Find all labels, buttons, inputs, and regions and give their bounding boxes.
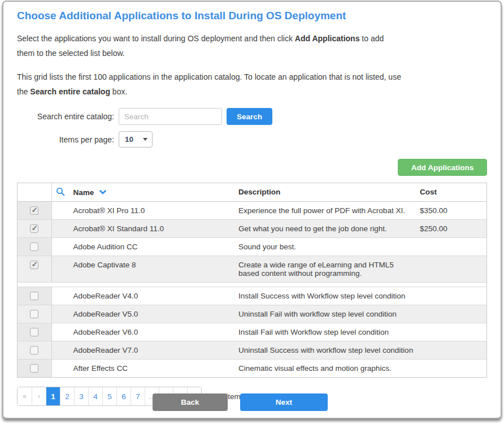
row-checkbox[interactable] (30, 328, 38, 336)
app-description: Install Fail with Workflow step level co… (238, 323, 420, 341)
table-row: AdobeReader V4.0 Install Success with Wo… (18, 287, 486, 305)
app-description: Create a wide range of eLearning and HTM… (238, 256, 420, 283)
caret-down-icon (143, 138, 147, 141)
row-select-cell (18, 202, 51, 220)
table-row: After Effects CC Cinematic visual effect… (18, 360, 486, 378)
row-checkbox[interactable] (30, 224, 38, 233)
row-checkbox[interactable] (30, 292, 38, 300)
row-checkbox[interactable] (30, 206, 38, 215)
app-description: Install Success with Workflow step level… (238, 287, 420, 305)
name-column-header[interactable]: Name (51, 183, 238, 202)
row-select-cell (18, 238, 51, 256)
row-checkbox[interactable] (30, 261, 38, 269)
intro-paragraph-2: This grid lists the first 100 applicatio… (17, 70, 401, 99)
row-select-cell (18, 360, 51, 378)
app-name: Adobe Audition CC (51, 238, 238, 256)
app-cost (420, 305, 486, 323)
app-cost (420, 287, 486, 305)
app-description: Uninstall Fail with workflow step level … (238, 305, 420, 323)
search-button[interactable]: Search (227, 108, 272, 125)
select-column-header (18, 183, 51, 202)
table-row: Adobe Audition CC Sound your best. (18, 238, 486, 256)
app-name: AdobeReader V6.0 (51, 323, 238, 341)
row-checkbox[interactable] (30, 364, 38, 373)
items-per-page-label: Items per page: (17, 135, 114, 144)
app-description: Get what you need to get the job done ri… (238, 220, 420, 238)
items-per-page-row: Items per page: 10 (17, 131, 487, 148)
applications-grid: Name Description Cost (17, 183, 487, 378)
app-cost: $350.00 (420, 202, 486, 220)
search-icon[interactable] (56, 187, 65, 198)
items-per-page-value: 10 (125, 135, 133, 144)
row-select-cell (18, 220, 51, 238)
intro-paragraph-1: Select the applications you want to inst… (17, 31, 401, 60)
grid-section-gap (18, 283, 486, 287)
table-row: AdobeReader V5.0 Uninstall Fail with wor… (18, 305, 486, 323)
app-name: AdobeReader V5.0 (51, 305, 238, 323)
search-catalog-label: Search entire catalog: (17, 112, 114, 121)
add-applications-button[interactable]: Add Applications (398, 159, 487, 176)
app-cost (420, 238, 486, 256)
app-description: Cinematic visual effects and motion grap… (238, 360, 420, 378)
app-name: Acrobat® XI Pro 11.0 (51, 202, 238, 220)
app-name: Adobe Captivate 8 (51, 256, 238, 283)
table-row: Acrobat® XI Pro 11.0 Experience the full… (18, 202, 486, 220)
table-row: Adobe Captivate 8 Create a wide range of… (18, 256, 486, 283)
row-select-cell (18, 287, 51, 305)
wizard-dialog: Choose Additional Applications to Instal… (2, 1, 502, 419)
grid-header-row: Name Description Cost (18, 183, 486, 202)
app-name: AdobeReader V4.0 (51, 287, 238, 305)
table-row: AdobeReader V6.0 Install Fail with Workf… (18, 323, 486, 341)
app-name: After Effects CC (51, 360, 238, 378)
app-cost (420, 323, 486, 341)
table-row: Acrobat® XI Standard 11.0 Get what you n… (18, 220, 486, 238)
row-checkbox[interactable] (30, 243, 38, 251)
row-select-cell (18, 305, 51, 323)
search-row: Search entire catalog: Search (17, 108, 487, 125)
app-description: Uninstall Success with workflow step lev… (238, 341, 420, 360)
description-column-header[interactable]: Description (238, 183, 420, 202)
app-name: AdobeReader V7.0 (51, 341, 238, 360)
app-description: Experience the full power of PDF with Ac… (238, 202, 420, 220)
row-select-cell (18, 341, 51, 360)
table-row: AdobeReader V7.0 Uninstall Success with … (18, 341, 486, 360)
back-button[interactable]: Back (153, 393, 228, 411)
items-per-page-select[interactable]: 10 (119, 131, 153, 148)
row-checkbox[interactable] (30, 310, 38, 318)
app-cost: $250.00 (420, 220, 486, 238)
app-description: Sound your best. (238, 238, 420, 256)
chevron-down-icon (99, 188, 106, 196)
cost-column-header[interactable]: Cost (420, 183, 486, 202)
app-cost (420, 360, 486, 378)
app-name: Acrobat® XI Standard 11.0 (51, 220, 238, 238)
row-select-cell (18, 323, 51, 341)
app-cost (420, 256, 486, 283)
app-cost (420, 341, 486, 360)
search-input[interactable] (119, 108, 222, 125)
row-select-cell (18, 256, 51, 283)
next-button[interactable]: Next (240, 393, 328, 411)
row-checkbox[interactable] (30, 346, 38, 354)
page-title: Choose Additional Applications to Instal… (17, 10, 487, 22)
